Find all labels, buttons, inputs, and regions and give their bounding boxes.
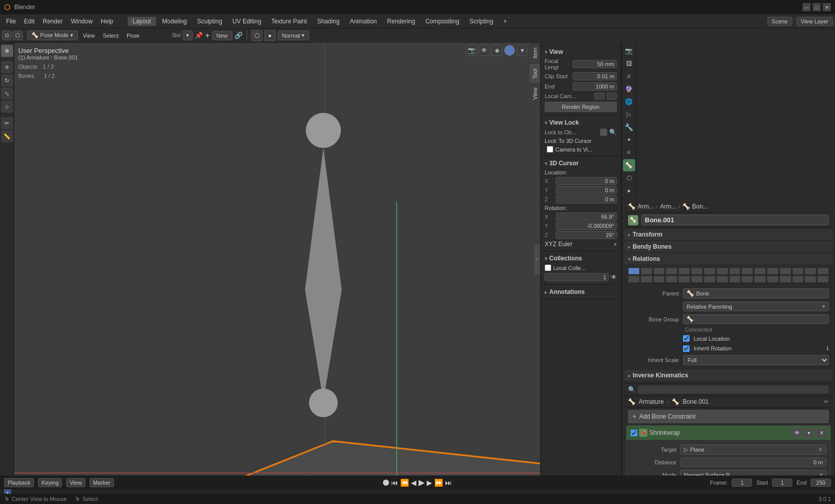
- minimize-button[interactable]: —: [802, 3, 811, 11]
- layer-btn-17[interactable]: [628, 276, 640, 283]
- tool-measure[interactable]: 📏: [1, 130, 13, 142]
- view-layer-selector[interactable]: View Layer: [796, 17, 833, 26]
- cursor-y-value[interactable]: 0 m: [556, 186, 617, 194]
- shrinkwrap-eye-btn[interactable]: 👁: [792, 428, 802, 438]
- menu-render[interactable]: Render: [39, 17, 67, 26]
- fwd-frame-btn[interactable]: ▶: [427, 479, 432, 487]
- layer-btn-24[interactable]: [717, 276, 728, 283]
- layer-btn-2[interactable]: [641, 268, 652, 275]
- tool-transform[interactable]: ⊹: [1, 101, 13, 113]
- bendy-bones-section-header[interactable]: ▸ Bendy Bones: [624, 241, 833, 252]
- layer-btn-30[interactable]: [792, 276, 804, 283]
- bc-arm1[interactable]: Arm...: [638, 203, 654, 210]
- ws-tab-sculpting[interactable]: Sculpting: [193, 17, 226, 26]
- physics-icon[interactable]: ⚛: [623, 146, 635, 159]
- layer-btn-23[interactable]: [704, 276, 715, 283]
- menu-help[interactable]: Help: [97, 17, 117, 26]
- pose-menu[interactable]: Pose: [124, 32, 142, 40]
- add-icon[interactable]: +: [205, 31, 210, 40]
- distance-value[interactable]: 0 m: [680, 458, 826, 467]
- cursor-section-header[interactable]: ▾ 3D Cursor: [541, 158, 621, 168]
- menu-edit[interactable]: Edit: [20, 17, 39, 26]
- layer-btn-11[interactable]: [754, 268, 766, 275]
- object-icon[interactable]: ▷: [623, 108, 635, 121]
- tool-rotate[interactable]: ↻: [1, 74, 13, 86]
- menu-file[interactable]: File: [2, 17, 20, 26]
- jump-start-btn[interactable]: ⏮: [391, 479, 398, 487]
- rot-x-value[interactable]: 66.8°: [556, 213, 617, 221]
- prev-keyframe-btn[interactable]: ⏪: [400, 479, 409, 487]
- inherit-rotation-checkbox[interactable]: [683, 345, 690, 352]
- render-region-btn[interactable]: Render Region: [545, 102, 617, 112]
- bone-group-value[interactable]: 🦴: [683, 314, 829, 324]
- inherit-scale-select[interactable]: Full Fix Shear Aligned Average None: [683, 355, 829, 365]
- layer-btn-32[interactable]: [817, 276, 829, 283]
- current-frame-input[interactable]: 1: [732, 479, 752, 487]
- shading-wireframe[interactable]: ⬡: [251, 30, 262, 41]
- relations-section-header[interactable]: ▾ Relations: [624, 253, 833, 264]
- marker-menu[interactable]: Marker: [90, 478, 114, 487]
- layer-btn-18[interactable]: [641, 276, 652, 283]
- collections-header[interactable]: ▾ Collections: [541, 253, 621, 263]
- layer-btn-16[interactable]: [817, 268, 829, 275]
- bc-arm2[interactable]: Arm...: [660, 203, 676, 210]
- layer-btn-22[interactable]: [691, 276, 703, 283]
- tool-scale[interactable]: ⤡: [1, 87, 13, 100]
- view-lock-header[interactable]: ▾ View Lock: [541, 117, 621, 128]
- rot-y-value[interactable]: -0.000009°: [556, 222, 617, 230]
- ws-tab-compositing[interactable]: Compositing: [421, 17, 463, 26]
- cursor-x-value[interactable]: 0 m: [556, 177, 617, 185]
- ws-tab-texture[interactable]: Texture Paint: [267, 17, 311, 26]
- close-button[interactable]: ✕: [823, 3, 831, 11]
- pose-mode-selector[interactable]: 🦴 Pose Mode ▾: [27, 31, 78, 40]
- layer-btn-6[interactable]: [691, 268, 703, 275]
- ws-tab-shading[interactable]: Shading: [313, 17, 344, 26]
- viewport-icon-1[interactable]: ⊙: [2, 31, 12, 40]
- keyframe-dot[interactable]: [383, 480, 389, 486]
- layer-btn-21[interactable]: [678, 276, 690, 283]
- bone-name-input[interactable]: [641, 215, 829, 225]
- scene-icon[interactable]: 🔮: [623, 83, 635, 95]
- select-menu[interactable]: Select: [100, 32, 122, 40]
- target-value[interactable]: ▷ Plane ✕: [680, 444, 826, 455]
- layer-btn-5[interactable]: [678, 268, 690, 275]
- shading-type[interactable]: Normal ▾: [278, 31, 309, 40]
- ws-tab-uv[interactable]: UV Editing: [228, 17, 265, 26]
- ws-tab-layout[interactable]: Layout: [128, 17, 156, 26]
- layer-btn-29[interactable]: [780, 276, 791, 283]
- scene-selector[interactable]: Scene: [767, 17, 792, 26]
- maximize-button[interactable]: □: [813, 3, 821, 11]
- next-keyframe-btn[interactable]: ⏩: [434, 479, 443, 487]
- keying-menu[interactable]: Keying: [38, 478, 63, 487]
- playback-menu[interactable]: Playback: [4, 478, 34, 487]
- local-location-checkbox[interactable]: [683, 335, 690, 342]
- layer-btn-13[interactable]: [780, 268, 791, 275]
- layer-btn-25[interactable]: [729, 276, 741, 283]
- local-cam-btn[interactable]: [607, 93, 617, 100]
- layer-btn-15[interactable]: [804, 268, 816, 275]
- euler-mode[interactable]: XYZ Euler: [545, 241, 612, 248]
- layer-btn-1[interactable]: [628, 268, 640, 275]
- shrinkwrap-down-btn[interactable]: ▾: [804, 428, 814, 438]
- layer-btn-26[interactable]: [741, 276, 753, 283]
- view-layer-icon[interactable]: ≡: [623, 70, 635, 82]
- layer-btn-7[interactable]: [704, 268, 715, 275]
- view-section-header[interactable]: ▾ View: [541, 47, 621, 57]
- material-icon[interactable]: ●: [623, 185, 635, 197]
- pin-icon[interactable]: 📌: [195, 32, 203, 39]
- ws-tab-animation[interactable]: Animation: [346, 17, 381, 26]
- npanel-toggle[interactable]: ‹: [534, 244, 540, 275]
- cam-view-checkbox[interactable]: [547, 146, 553, 153]
- menu-window[interactable]: Window: [67, 17, 97, 26]
- layer-btn-12[interactable]: [767, 268, 779, 275]
- clip-end-value[interactable]: 1000 m: [573, 82, 617, 91]
- tool-move[interactable]: ✛: [1, 61, 13, 73]
- ws-tab-rendering[interactable]: Rendering: [383, 17, 419, 26]
- render-icon[interactable]: 📷: [623, 45, 635, 57]
- local-coll-checkbox[interactable]: [545, 264, 551, 271]
- constraints-icon[interactable]: 🦴: [623, 159, 635, 171]
- output-icon[interactable]: 🖼: [623, 57, 635, 70]
- layer-btn-3[interactable]: [653, 268, 665, 275]
- ws-tab-add[interactable]: +: [499, 17, 511, 26]
- shading-solid[interactable]: ●: [264, 30, 276, 41]
